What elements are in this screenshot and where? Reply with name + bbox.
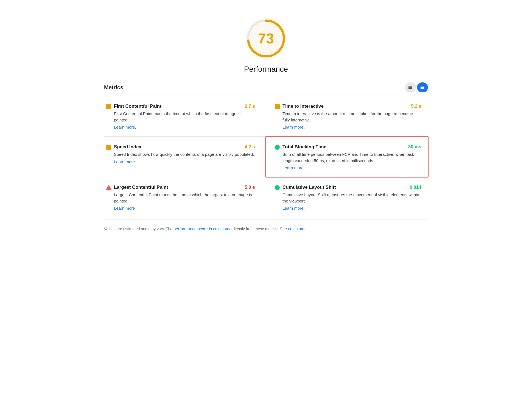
si-name: Speed Index xyxy=(114,144,141,150)
score-value: 73 xyxy=(258,30,274,47)
svg-rect-4 xyxy=(408,87,412,88)
tti-desc: Time to interactive is the amount of tim… xyxy=(275,111,421,123)
tti-icon xyxy=(275,104,280,109)
metric-tbt-header: Total Blocking Time 80 ms xyxy=(275,144,421,150)
list-view-button[interactable] xyxy=(405,82,416,92)
si-value: 4.2 s xyxy=(245,144,255,150)
footer: Values are estimated and may vary. The p… xyxy=(104,220,428,235)
score-label: Performance xyxy=(244,65,288,74)
tti-value: 5.2 s xyxy=(411,104,421,109)
metric-lcp-header: Largest Contentful Paint 5.0 s xyxy=(106,185,255,190)
metric-tti: Time to Interactive 5.2 s Time to intera… xyxy=(266,96,428,137)
metric-tbt: Total Blocking Time 80 ms Sum of all tim… xyxy=(265,136,429,177)
score-circle: 73 xyxy=(244,16,288,60)
cls-desc: Cumulative Layout Shift measures the mov… xyxy=(275,192,421,204)
footer-prefix: Values are estimated and may vary. The xyxy=(104,227,173,231)
tbt-learn-more[interactable]: Learn more xyxy=(282,165,304,170)
see-calculator-link[interactable]: See calculator. xyxy=(280,226,307,231)
metrics-title: Metrics xyxy=(104,84,123,91)
fcp-learn-more[interactable]: Learn more xyxy=(114,125,135,129)
tbt-value: 80 ms xyxy=(408,144,421,150)
fcp-desc: First Contentful Paint marks the time at… xyxy=(106,111,255,123)
footer-middle: directly from these metrics. xyxy=(232,227,280,231)
detail-view-button[interactable] xyxy=(417,82,428,92)
metric-si: Speed Index 4.2 s Speed Index shows how … xyxy=(104,137,266,177)
si-icon xyxy=(106,145,111,150)
svg-rect-5 xyxy=(408,88,412,89)
metric-tti-header: Time to Interactive 5.2 s xyxy=(275,104,421,109)
lcp-icon xyxy=(106,185,111,190)
fcp-name: First Contentful Paint xyxy=(114,104,161,109)
lcp-value: 5.0 s xyxy=(245,185,255,190)
metric-fcp-header: First Contentful Paint 2.7 s xyxy=(106,104,255,109)
tbt-icon xyxy=(275,145,280,150)
lcp-desc: Largest Contentful Paint marks the time … xyxy=(106,192,255,204)
metrics-controls xyxy=(405,82,428,92)
perf-score-link[interactable]: performance score is calculated xyxy=(173,226,232,231)
cls-icon xyxy=(275,185,280,190)
svg-rect-7 xyxy=(421,87,424,88)
metrics-header: Metrics xyxy=(104,82,428,96)
score-section: 73 Performance xyxy=(104,11,428,74)
fcp-icon xyxy=(106,104,111,109)
detail-icon xyxy=(420,85,425,90)
metrics-grid: First Contentful Paint 2.7 s First Conte… xyxy=(104,96,428,217)
svg-rect-8 xyxy=(421,88,424,89)
tti-name: Time to Interactive xyxy=(282,104,324,109)
si-learn-more[interactable]: Learn more xyxy=(114,159,135,164)
si-desc: Speed Index shows how quickly the conten… xyxy=(106,151,255,158)
cls-learn-more[interactable]: Learn more xyxy=(282,206,304,210)
metric-cls: Cumulative Layout Shift 0.014 Cumulative… xyxy=(266,177,428,217)
svg-rect-3 xyxy=(408,86,412,87)
tbt-name: Total Blocking Time xyxy=(282,144,326,150)
lcp-learn-more[interactable]: Learn more xyxy=(114,206,135,210)
metric-lcp: Largest Contentful Paint 5.0 s Largest C… xyxy=(104,177,266,217)
cls-name: Cumulative Layout Shift xyxy=(282,185,336,190)
svg-rect-6 xyxy=(421,86,424,87)
metric-si-header: Speed Index 4.2 s xyxy=(106,144,255,150)
tti-learn-more[interactable]: Learn more xyxy=(282,125,304,129)
tbt-desc: Sum of all time periods between FCP and … xyxy=(275,151,421,164)
metric-fcp: First Contentful Paint 2.7 s First Conte… xyxy=(104,96,266,137)
lcp-name: Largest Contentful Paint xyxy=(114,185,168,190)
cls-value: 0.014 xyxy=(410,185,421,190)
fcp-value: 2.7 s xyxy=(245,104,255,109)
metric-cls-header: Cumulative Layout Shift 0.014 xyxy=(275,185,421,190)
list-icon xyxy=(408,85,413,90)
